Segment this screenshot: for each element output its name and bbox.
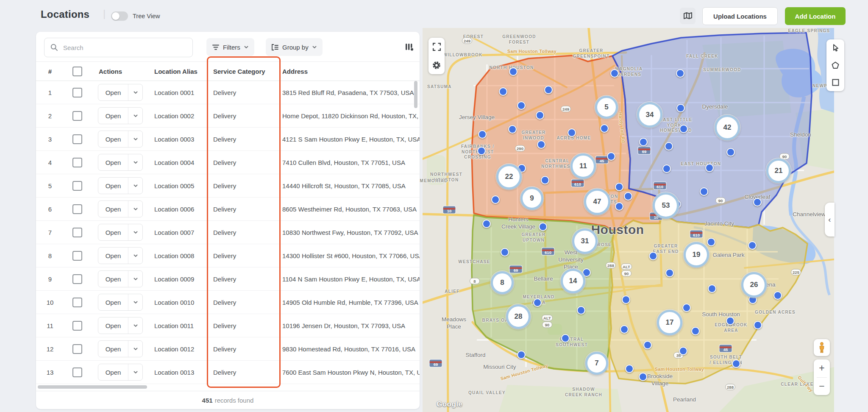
location-marker[interactable] <box>491 195 500 204</box>
location-marker[interactable] <box>499 87 507 96</box>
location-marker[interactable] <box>639 373 647 381</box>
cluster-marker[interactable]: 7 <box>585 352 608 375</box>
cluster-marker[interactable]: 47 <box>584 189 610 215</box>
tree-view-toggle[interactable] <box>111 11 128 21</box>
open-button[interactable]: Open <box>98 154 143 171</box>
open-button[interactable]: Open <box>98 364 143 381</box>
location-marker[interactable] <box>509 67 517 76</box>
location-marker[interactable] <box>625 365 634 373</box>
open-button[interactable]: Open <box>98 200 143 217</box>
cluster-marker[interactable]: 17 <box>657 310 682 335</box>
open-button[interactable]: Open <box>98 224 143 241</box>
location-marker[interactable] <box>537 140 545 149</box>
open-button[interactable]: Open <box>98 107 143 124</box>
location-marker[interactable] <box>700 187 708 196</box>
location-marker[interactable] <box>665 142 673 150</box>
location-marker[interactable] <box>726 148 735 156</box>
open-button-caret[interactable] <box>128 294 142 310</box>
location-marker[interactable] <box>639 138 648 146</box>
location-marker[interactable] <box>482 220 491 228</box>
location-marker[interactable] <box>501 248 509 256</box>
location-marker[interactable] <box>705 164 714 172</box>
location-marker[interactable] <box>561 334 570 342</box>
zoom-in-button[interactable]: + <box>814 359 830 377</box>
add-location-button[interactable]: Add Location <box>785 7 846 25</box>
location-marker[interactable] <box>754 321 762 329</box>
open-button-caret[interactable] <box>128 248 142 264</box>
location-marker[interactable] <box>600 124 609 133</box>
panel-collapse-tab[interactable]: ‹ <box>825 203 835 237</box>
open-button[interactable]: Open <box>98 340 143 357</box>
pegman-button[interactable] <box>814 339 830 356</box>
location-marker[interactable] <box>665 269 674 277</box>
cluster-marker[interactable]: 8 <box>491 271 514 294</box>
location-marker[interactable] <box>624 192 632 200</box>
open-button-caret[interactable] <box>128 201 142 217</box>
cluster-marker[interactable]: 14 <box>561 269 585 293</box>
location-marker[interactable] <box>541 176 549 184</box>
cluster-marker[interactable]: 11 <box>570 153 596 179</box>
location-marker[interactable] <box>478 130 487 139</box>
location-marker[interactable] <box>726 317 734 325</box>
open-button-caret[interactable] <box>128 178 142 194</box>
table-vertical-scrollbar[interactable] <box>414 81 417 108</box>
open-button-caret[interactable] <box>128 154 142 170</box>
row-checkbox[interactable] <box>72 204 82 214</box>
column-settings-button[interactable] <box>402 41 417 53</box>
cluster-marker[interactable]: 26 <box>741 272 767 298</box>
location-marker[interactable] <box>707 238 715 246</box>
open-button[interactable]: Open <box>98 247 143 264</box>
row-checkbox[interactable] <box>72 321 82 331</box>
location-marker[interactable] <box>676 104 685 112</box>
location-marker[interactable] <box>517 351 526 359</box>
select-tool-button[interactable] <box>826 39 844 57</box>
location-marker[interactable] <box>691 327 700 335</box>
open-button-caret[interactable] <box>128 131 142 147</box>
polygon-tool-button[interactable] <box>826 57 844 74</box>
search-input[interactable] <box>45 38 192 57</box>
cluster-marker[interactable]: 5 <box>595 96 618 119</box>
location-marker[interactable] <box>615 202 623 211</box>
row-checkbox[interactable] <box>72 344 82 354</box>
row-checkbox[interactable] <box>72 367 82 377</box>
location-marker[interactable] <box>607 152 615 161</box>
open-button[interactable]: Open <box>98 270 143 287</box>
cluster-marker[interactable]: 21 <box>766 159 791 183</box>
location-marker[interactable] <box>577 306 585 315</box>
location-marker[interactable] <box>517 101 526 110</box>
location-marker[interactable] <box>732 359 740 368</box>
map-canvas[interactable]: FORESTGREENWOODFORESTWILLOWBROOKSATSUMAN… <box>423 28 834 412</box>
table-horizontal-scrollbar[interactable] <box>38 385 147 389</box>
rectangle-tool-button[interactable] <box>826 74 844 91</box>
location-marker[interactable] <box>676 69 684 78</box>
open-button[interactable]: Open <box>98 177 143 194</box>
cluster-marker[interactable]: 9 <box>520 187 543 210</box>
location-marker[interactable] <box>615 183 623 191</box>
cluster-marker[interactable]: 19 <box>684 242 709 267</box>
location-marker[interactable] <box>748 241 757 250</box>
row-checkbox[interactable] <box>72 134 82 144</box>
cluster-marker[interactable]: 53 <box>653 192 679 219</box>
cluster-marker[interactable]: 28 <box>506 304 531 329</box>
location-marker[interactable] <box>610 69 619 78</box>
open-button[interactable]: Open <box>98 131 143 148</box>
group-by-button[interactable]: Group by <box>266 38 323 56</box>
open-button-caret[interactable] <box>128 108 142 124</box>
select-all-checkbox[interactable] <box>72 67 82 76</box>
row-checkbox[interactable] <box>72 88 82 97</box>
filters-button[interactable]: Filters <box>206 38 254 56</box>
location-marker[interactable] <box>622 295 630 304</box>
location-marker[interactable] <box>620 325 629 334</box>
row-checkbox[interactable] <box>72 111 82 121</box>
location-marker[interactable] <box>682 303 691 312</box>
location-marker[interactable] <box>679 347 687 355</box>
location-marker[interactable] <box>679 125 688 133</box>
cluster-marker[interactable]: 34 <box>637 102 662 128</box>
open-button[interactable]: Open <box>98 317 143 334</box>
row-checkbox[interactable] <box>72 158 82 167</box>
open-button-caret[interactable] <box>128 224 142 240</box>
open-button-caret[interactable] <box>128 84 142 100</box>
row-checkbox[interactable] <box>72 274 82 284</box>
upload-locations-button[interactable]: Upload Locations <box>702 7 778 25</box>
location-marker[interactable] <box>533 298 542 307</box>
